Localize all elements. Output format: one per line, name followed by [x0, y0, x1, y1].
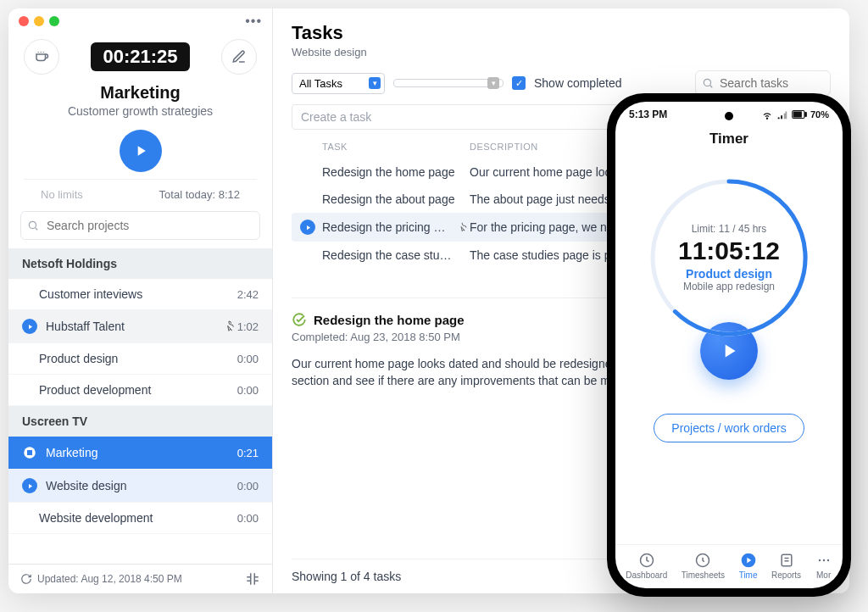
project-time: 1:02: [237, 320, 259, 333]
project-time: 0:00: [237, 353, 259, 365]
show-completed-checkbox[interactable]: ✓: [512, 76, 526, 90]
tab-label: Timesheets: [682, 570, 725, 580]
edit-button[interactable]: [221, 39, 257, 75]
filter-select-all[interactable]: All Tasks ▾: [292, 73, 385, 94]
project-name: Customer inteviews: [39, 287, 237, 301]
progress-ring: Limit: 11 / 45 hrs 11:05:12 Product desi…: [644, 173, 814, 342]
task-name: Redesign the pricing page: [322, 220, 448, 234]
titlebar: •••: [8, 8, 272, 34]
battery-percent: 70%: [810, 109, 829, 120]
project-name: Website design: [46, 479, 237, 492]
svg-rect-2: [27, 450, 32, 455]
active-project-subtitle: Customer growth strategies: [8, 104, 272, 118]
minimize-window-button[interactable]: [34, 16, 44, 26]
phone-mockup: 5:13 PM 70% Timer Limit: 11 / 45 hrs 11:…: [607, 93, 851, 597]
top-controls: 00:21:25: [8, 34, 272, 81]
project-time: 0:00: [237, 384, 259, 397]
play-icon: [718, 340, 740, 362]
project-time: 2:42: [237, 288, 259, 301]
tab-label: Mor: [816, 570, 831, 580]
tasks-search-input[interactable]: [695, 70, 831, 96]
svg-point-14: [822, 559, 825, 562]
svg-point-15: [826, 559, 829, 562]
search-projects: [20, 211, 260, 240]
tab-label: Time: [739, 570, 758, 580]
sidebar-footer: Updated: Aug 12, 2018 4:50 PM: [8, 564, 272, 593]
svg-rect-7: [793, 112, 801, 117]
project-name: Product development: [39, 383, 237, 397]
org-header: Uscreen TV: [8, 406, 272, 437]
play-icon: [132, 142, 149, 159]
tab-icon: [694, 552, 711, 569]
tab-icon: [638, 552, 655, 569]
phone-screen-title: Timer: [615, 131, 843, 147]
stop-icon[interactable]: [22, 445, 37, 460]
play-icon[interactable]: [22, 478, 37, 493]
phone-timer: 11:05:12: [678, 236, 780, 265]
project-row[interactable]: Product development0:00: [8, 375, 272, 406]
project-row[interactable]: Website development0:00: [8, 503, 272, 534]
org-header: Netsoft Holdings: [8, 248, 272, 279]
breadcrumb: Website design: [292, 46, 831, 58]
project-row[interactable]: Website design0:00: [8, 470, 272, 503]
tab-mor[interactable]: Mor: [815, 552, 832, 580]
limits-row: No limits Total today: 8:12: [24, 179, 257, 208]
project-time: 0:21: [237, 447, 259, 459]
project-name: Hubstaff Talent: [46, 320, 220, 333]
page-title: Tasks: [292, 22, 831, 44]
refresh-icon[interactable]: [20, 573, 32, 585]
chevron-down-icon: ▾: [369, 77, 381, 89]
battery-icon: [792, 109, 807, 120]
active-project-heading: Marketing Customer growth strategies: [8, 81, 272, 125]
play-icon[interactable]: [300, 220, 315, 235]
project-row[interactable]: Hubstaff Talent1:02: [8, 310, 272, 343]
collapse-icon[interactable]: [245, 571, 260, 587]
projects-search-input[interactable]: [20, 211, 260, 240]
play-area: [8, 130, 272, 172]
svg-point-13: [818, 559, 821, 562]
svg-rect-12: [782, 554, 792, 565]
limit-label: Limit: 11 / 45 hrs: [692, 223, 767, 235]
tab-icon: [740, 552, 757, 569]
close-window-button[interactable]: [19, 16, 29, 26]
cursor-icon: [224, 320, 237, 333]
completed-icon: [292, 312, 307, 327]
maximize-window-button[interactable]: [49, 16, 59, 26]
last-updated: Updated: Aug 12, 2018 4:50 PM: [37, 573, 182, 585]
project-row[interactable]: Product design0:00: [8, 343, 272, 375]
filter-all-label: All Tasks: [299, 77, 342, 90]
project-name: Marketing: [46, 446, 237, 459]
search-icon: [702, 77, 714, 89]
phone-subproject: Mobile app redesign: [683, 281, 775, 292]
chevron-down-icon: ▾: [487, 77, 499, 89]
tab-reports[interactable]: Reports: [771, 552, 801, 580]
phone-tabbar: DashboardTimesheetsTimeReportsMor: [615, 544, 843, 588]
coffee-icon: [34, 49, 49, 64]
show-completed-label: Show completed: [534, 76, 622, 90]
tab-timesheets[interactable]: Timesheets: [682, 552, 725, 580]
phone-project[interactable]: Product design: [686, 267, 772, 281]
break-button[interactable]: [24, 39, 59, 75]
task-name: Redesign the home page: [322, 165, 454, 179]
start-timer-button[interactable]: [120, 130, 162, 172]
projects-orders-button[interactable]: Projects / work orders: [654, 414, 804, 442]
project-time: 0:00: [237, 512, 259, 525]
search-icon: [27, 220, 39, 231]
active-project-title: Marketing: [8, 83, 272, 103]
total-today: Total today: 8:12: [159, 188, 240, 201]
tab-dashboard[interactable]: Dashboard: [626, 552, 667, 580]
filter-select-secondary[interactable]: ▾: [393, 79, 504, 87]
project-row[interactable]: Marketing0:21: [8, 437, 272, 470]
tab-icon: [778, 552, 795, 569]
project-row[interactable]: Customer inteviews2:42: [8, 279, 272, 310]
more-menu-icon[interactable]: •••: [245, 14, 262, 29]
elapsed-timer: 00:21:25: [91, 42, 189, 71]
project-name: Product design: [39, 352, 237, 365]
play-icon[interactable]: [22, 319, 37, 334]
tab-label: Dashboard: [626, 570, 667, 580]
column-task: TASK: [300, 142, 470, 152]
tab-time[interactable]: Time: [739, 552, 758, 580]
camera-notch: [725, 112, 733, 120]
tab-icon: [815, 552, 832, 569]
edit-icon: [231, 49, 247, 64]
